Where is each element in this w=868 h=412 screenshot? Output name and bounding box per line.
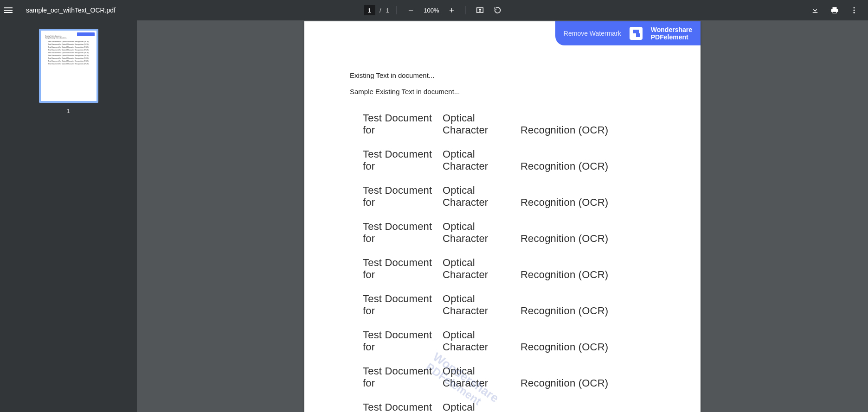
doc-line-col1: Test Document for bbox=[363, 365, 443, 389]
doc-header-text-1: Existing Text in document... bbox=[350, 71, 655, 79]
doc-line: Test Document forOptical CharacterRecogn… bbox=[363, 257, 655, 281]
zoom-out-button[interactable] bbox=[405, 4, 418, 17]
print-button[interactable] bbox=[828, 4, 841, 17]
remove-watermark-link[interactable]: Remove Watermark bbox=[564, 30, 621, 37]
rotate-icon bbox=[494, 6, 502, 14]
doc-line-col1: Test Document for bbox=[363, 184, 443, 209]
fit-page-icon bbox=[476, 6, 484, 14]
thumbnail-sidebar[interactable]: Existing Text in document... Sample Exis… bbox=[0, 20, 137, 412]
doc-line-col1: Test Document for bbox=[363, 221, 443, 245]
download-button[interactable] bbox=[809, 4, 822, 17]
page-separator: / bbox=[379, 7, 381, 14]
svg-rect-2 bbox=[451, 8, 452, 12]
doc-line-col1: Test Document for bbox=[363, 401, 443, 412]
doc-line: Test Document forOptical CharacterRecogn… bbox=[363, 329, 655, 353]
thumb-watermark-icon bbox=[77, 32, 95, 36]
doc-header-text-2: Sample Existing Text in document... bbox=[350, 88, 655, 95]
doc-line-col2: Optical Character bbox=[443, 257, 521, 281]
svg-point-6 bbox=[854, 12, 855, 13]
doc-line-col3: Recognition (OCR) bbox=[521, 233, 608, 245]
doc-line-col2: Optical Character bbox=[443, 221, 521, 245]
svg-point-4 bbox=[854, 7, 855, 8]
fit-page-button[interactable] bbox=[474, 4, 487, 17]
zoom-level: 100% bbox=[422, 7, 441, 14]
doc-line: Test Document forOptical CharacterRecogn… bbox=[363, 293, 655, 317]
pdf-viewer-toolbar: sample_ocr_withText_OCR.pdf / 1 100% bbox=[0, 0, 868, 20]
doc-line-col2: Optical Character bbox=[443, 148, 521, 172]
more-vert-icon bbox=[850, 6, 858, 14]
doc-line-col1: Test Document for bbox=[363, 148, 443, 172]
content-area: Existing Text in document... Sample Exis… bbox=[0, 20, 868, 412]
brand-line2: PDFelement bbox=[651, 33, 692, 41]
doc-line-col1: Test Document for bbox=[363, 257, 443, 281]
more-button[interactable] bbox=[848, 4, 861, 17]
svg-rect-0 bbox=[409, 10, 413, 10]
doc-line-col2: Optical Character bbox=[443, 112, 521, 136]
doc-line: Test Document forOptical CharacterRecogn… bbox=[363, 148, 655, 172]
doc-line-col2: Optical Character bbox=[443, 184, 521, 209]
doc-line-col2: Optical Character bbox=[443, 401, 521, 412]
page-body: Existing Text in document... Sample Exis… bbox=[304, 21, 701, 412]
doc-line-col1: Test Document for bbox=[363, 329, 443, 353]
toolbar-separator bbox=[397, 6, 397, 14]
doc-line-col3: Recognition (OCR) bbox=[521, 305, 608, 317]
doc-lines: Test Document forOptical CharacterRecogn… bbox=[350, 112, 655, 412]
doc-line-col3: Recognition (OCR) bbox=[521, 377, 608, 389]
brand-line1: Wondershare bbox=[651, 26, 692, 33]
svg-point-5 bbox=[854, 10, 855, 11]
filename-label: sample_ocr_withText_OCR.pdf bbox=[26, 6, 116, 14]
page-viewport[interactable]: Remove Watermark Wondershare PDFelement … bbox=[137, 20, 868, 412]
doc-line-col2: Optical Character bbox=[443, 365, 521, 389]
watermark-banner: Remove Watermark Wondershare PDFelement bbox=[555, 21, 701, 45]
doc-line-col1: Test Document for bbox=[363, 293, 443, 317]
rotate-button[interactable] bbox=[491, 4, 504, 17]
download-icon bbox=[811, 6, 819, 14]
page-thumbnail[interactable]: Existing Text in document... Sample Exis… bbox=[39, 29, 98, 103]
doc-line-col3: Recognition (OCR) bbox=[521, 341, 608, 353]
toolbar-separator bbox=[466, 6, 466, 14]
thumbnail-page-number: 1 bbox=[0, 108, 137, 114]
pdf-page: Remove Watermark Wondershare PDFelement … bbox=[304, 21, 701, 412]
toolbar-right bbox=[809, 4, 864, 17]
page-total: 1 bbox=[386, 7, 389, 14]
doc-line-col2: Optical Character bbox=[443, 293, 521, 317]
print-icon bbox=[830, 6, 839, 14]
pdfelement-logo-icon bbox=[630, 27, 643, 40]
doc-line-col1: Test Document for bbox=[363, 112, 443, 136]
doc-line: Test Document forOptical CharacterRecogn… bbox=[363, 401, 655, 412]
doc-line: Test Document forOptical CharacterRecogn… bbox=[363, 365, 655, 389]
minus-icon bbox=[408, 7, 414, 13]
doc-line-col3: Recognition (OCR) bbox=[521, 196, 608, 209]
doc-line: Test Document forOptical CharacterRecogn… bbox=[363, 221, 655, 245]
menu-icon[interactable] bbox=[4, 6, 13, 15]
doc-line: Test Document forOptical CharacterRecogn… bbox=[363, 184, 655, 209]
zoom-in-button[interactable] bbox=[445, 4, 458, 17]
brand-label: Wondershare PDFelement bbox=[651, 26, 692, 41]
doc-line-col2: Optical Character bbox=[443, 329, 521, 353]
toolbar-center: / 1 100% bbox=[364, 0, 504, 20]
page-number-input[interactable] bbox=[364, 5, 375, 15]
doc-line-col3: Recognition (OCR) bbox=[521, 160, 608, 172]
toolbar-left: sample_ocr_withText_OCR.pdf bbox=[4, 6, 116, 15]
doc-line-col3: Recognition (OCR) bbox=[521, 124, 608, 136]
thumbnail-preview: Existing Text in document... Sample Exis… bbox=[41, 31, 96, 101]
doc-line: Test Document forOptical CharacterRecogn… bbox=[363, 112, 655, 136]
plus-icon bbox=[449, 7, 455, 13]
doc-line-col3: Recognition (OCR) bbox=[521, 269, 608, 281]
